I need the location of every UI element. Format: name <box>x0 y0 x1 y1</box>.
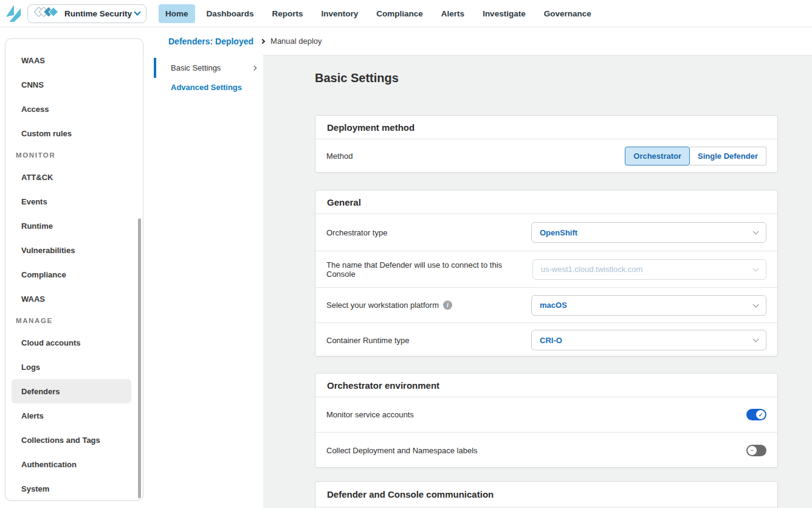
settings-subnav: Basic Settings Advanced Settings <box>143 55 263 508</box>
sidebar-section-manage: MANAGE <box>5 311 143 330</box>
tab-home[interactable]: Home <box>159 4 195 23</box>
breadcrumb: Defenders: Deployed Manual deploy <box>146 27 812 55</box>
collect-labels-row: Collect Deployment and Namespace labels … <box>315 432 777 468</box>
defender-console-communication-card: Defender and Console communication <box>315 481 778 508</box>
tab-compliance[interactable]: Compliance <box>370 4 430 23</box>
collect-labels-toggle[interactable]: − <box>746 445 766 456</box>
workstation-platform-label-text: Select your workstation platform <box>326 301 439 310</box>
console-name-select[interactable]: us-west1.cloud.twistlock.com <box>532 259 766 280</box>
deployment-method-segmented-control: Orchestrator Single Defender <box>625 147 766 165</box>
subnav-item-advanced-settings[interactable]: Advanced Settings <box>171 83 242 92</box>
toggle-check-icon: ✓ <box>756 410 765 419</box>
workstation-platform-row: Select your workstation platform i macOS <box>315 287 777 322</box>
sidebar-item-logs[interactable]: Logs <box>5 355 143 379</box>
container-runtime-label: Container Runtime type <box>326 336 410 345</box>
main-content: Basic Settings Deployment method Method … <box>263 55 812 508</box>
sidebar-section-monitor: MONITOR <box>5 145 143 165</box>
deployment-method-card-title: Deployment method <box>315 116 777 139</box>
page-title: Basic Settings <box>315 71 399 85</box>
tab-investigate[interactable]: Investigate <box>476 4 532 23</box>
method-label: Method <box>326 151 353 161</box>
workstation-platform-label: Select your workstation platform i <box>326 301 452 310</box>
orchestrator-type-row: Orchestrator type OpenShift <box>315 214 777 251</box>
sidebar-item-compliance[interactable]: Compliance <box>5 262 143 287</box>
workstation-platform-select[interactable]: macOS <box>531 295 766 316</box>
general-card: General Orchestrator type OpenShift The … <box>315 190 778 357</box>
palo-alto-logo-icon <box>3 3 24 24</box>
breadcrumb-current: Manual deploy <box>270 37 322 46</box>
sidebar-item-attck[interactable]: ATT&CK <box>5 165 143 189</box>
deployment-method-card: Deployment method Method Orchestrator Si… <box>315 115 778 173</box>
chevron-right-icon <box>252 65 256 70</box>
chevron-right-icon <box>260 38 265 43</box>
tab-reports[interactable]: Reports <box>266 4 310 23</box>
sidebar-item-cnns[interactable]: CNNS <box>5 72 143 97</box>
subnav-basic-settings-label: Basic Settings <box>171 63 252 72</box>
orchestrator-type-label: Orchestrator type <box>326 228 387 237</box>
orchestrator-environment-card: Orchestrator environment Monitor service… <box>315 373 778 468</box>
sidebar-item-vulnerabilities[interactable]: Vulnerabilities <box>5 238 143 262</box>
tab-governance[interactable]: Governance <box>537 4 598 23</box>
workstation-platform-value: macOS <box>540 301 567 310</box>
chevron-down-icon <box>753 301 759 307</box>
breadcrumb-link-defenders-deployed[interactable]: Defenders: Deployed <box>168 37 253 46</box>
console-name-value: us-west1.cloud.twistlock.com <box>541 265 643 274</box>
subnav-item-basic-settings[interactable]: Basic Settings <box>154 58 263 78</box>
general-card-title: General <box>315 190 777 214</box>
chevron-down-icon <box>753 336 759 343</box>
sidebar-item-defenders[interactable]: Defenders <box>12 379 131 403</box>
orchestrator-type-value: OpenShift <box>540 228 577 237</box>
toggle-minus-icon: − <box>748 446 757 455</box>
sidebar-item-custom-rules[interactable]: Custom rules <box>5 121 143 145</box>
orchestrator-type-select[interactable]: OpenShift <box>531 222 766 243</box>
defender-console-communication-card-title: Defender and Console communication <box>315 482 777 507</box>
sidebar-item-waas-monitor[interactable]: WAAS <box>5 287 143 311</box>
sidebar-item-cloud-accounts[interactable]: Cloud accounts <box>5 330 143 355</box>
orchestrator-environment-card-title: Orchestrator environment <box>315 374 777 397</box>
sidebar-item-waas[interactable]: WAAS <box>5 48 143 72</box>
collect-labels-label: Collect Deployment and Namespace labels <box>326 446 478 455</box>
tab-dashboards[interactable]: Dashboards <box>200 4 261 23</box>
app-window: Runtime Security Home Dashboards Reports… <box>0 0 812 508</box>
container-runtime-row: Container Runtime type CRI-O <box>315 322 777 357</box>
sidebar-item-authentication[interactable]: Authentication <box>5 452 143 476</box>
container-runtime-select[interactable]: CRI-O <box>531 330 766 350</box>
sidebar-item-events[interactable]: Events <box>5 189 143 214</box>
product-switcher-dropdown[interactable]: Runtime Security <box>27 4 146 23</box>
sidebar-scrollbar[interactable] <box>138 218 141 498</box>
method-row: Method Orchestrator Single Defender <box>315 139 777 173</box>
tab-inventory[interactable]: Inventory <box>315 4 365 23</box>
container-runtime-value: CRI-O <box>540 336 562 345</box>
monitor-service-accounts-row: Monitor service accounts ✓ <box>315 397 777 432</box>
top-navigation: Home Dashboards Reports Inventory Compli… <box>159 4 598 23</box>
sidebar-item-alerts[interactable]: Alerts <box>5 403 143 428</box>
product-switcher-label: Runtime Security <box>64 9 135 18</box>
console-name-row: The name that Defender will use to conne… <box>315 251 777 287</box>
console-name-label: The name that Defender will use to conne… <box>326 260 532 279</box>
sidebar: WAAS CNNS Access Custom rules MONITOR AT… <box>5 38 143 501</box>
sidebar-item-access[interactable]: Access <box>5 97 143 121</box>
info-icon[interactable]: i <box>443 301 452 310</box>
chevron-down-icon <box>753 265 759 271</box>
monitor-service-accounts-toggle[interactable]: ✓ <box>746 409 766 420</box>
prisma-diamonds-icon <box>34 7 60 20</box>
chevron-down-icon <box>134 9 140 15</box>
sidebar-item-collections-and-tags[interactable]: Collections and Tags <box>5 428 143 452</box>
monitor-service-accounts-label: Monitor service accounts <box>326 410 414 419</box>
sidebar-item-runtime[interactable]: Runtime <box>5 214 143 238</box>
chevron-down-icon <box>753 229 759 235</box>
top-bar: Runtime Security Home Dashboards Reports… <box>0 0 812 27</box>
orchestrator-option-button[interactable]: Orchestrator <box>625 147 690 165</box>
sidebar-item-system[interactable]: System <box>5 476 143 501</box>
single-defender-option-button[interactable]: Single Defender <box>690 147 766 165</box>
tab-alerts[interactable]: Alerts <box>435 4 471 23</box>
